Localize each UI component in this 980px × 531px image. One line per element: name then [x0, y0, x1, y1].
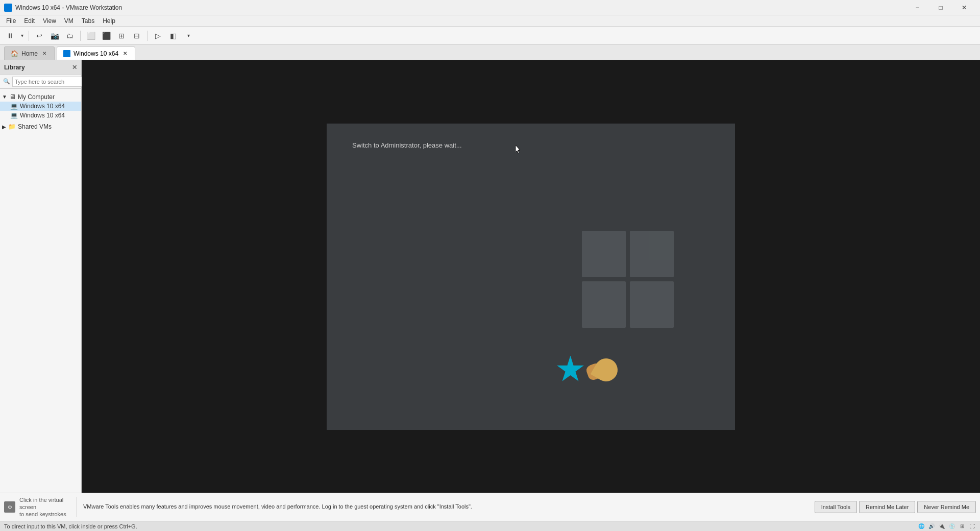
app-icon	[4, 4, 12, 12]
tab-vm[interactable]: Windows 10 x64 ✕	[57, 46, 135, 60]
toolbar-sep-2	[80, 31, 81, 41]
full-view-button[interactable]: ⬛	[99, 29, 113, 43]
vm2-label: Windows 10 x64	[20, 112, 65, 119]
main-content: Library ✕ 🔍 ▾ ▼ 🖥 My Computer 💻 Windows …	[0, 60, 980, 493]
sidebar-content: ▼ 🖥 My Computer 💻 Windows 10 x64 💻 Windo…	[0, 89, 81, 493]
win-pane-3	[582, 281, 626, 328]
sidebar-group-shared-header[interactable]: ▶ 📁 Shared VMs	[0, 122, 81, 131]
window-title: Windows 10 x64 - VMware Workstation	[15, 4, 905, 11]
vm-status-text: Switch to Administrator, please wait...	[352, 141, 462, 149]
status-divider	[77, 497, 77, 517]
unity-button[interactable]: ⊞	[114, 29, 129, 43]
sidebar-item-vm1[interactable]: 💻 Windows 10 x64	[0, 102, 81, 111]
window-controls: − □ ✕	[905, 0, 976, 15]
sidebar-close-button[interactable]: ✕	[72, 64, 77, 71]
tab-vm-close[interactable]: ✕	[121, 50, 129, 57]
win-pane-1	[582, 231, 626, 277]
shell-1-decoration	[591, 354, 622, 385]
shared-vms-label: Shared VMs	[18, 123, 52, 130]
network-icon[interactable]: 🌐	[918, 523, 925, 530]
vm-tab-icon	[63, 50, 70, 57]
toolbar: ⏸ ▾ ↩ 📷 🗂 ⬜ ⬛ ⊞ ⊟ ▷ ◧ ▾	[0, 27, 980, 45]
toolbar-sep-1	[29, 31, 29, 41]
tab-home-label: Home	[21, 50, 38, 57]
vmtools-icon: ⚙	[4, 501, 15, 513]
shared-expand-icon: ▶	[2, 124, 6, 130]
tabs-bar: 🏠 Home ✕ Windows 10 x64 ✕	[0, 45, 980, 60]
bottom-bar: To direct input to this VM, click inside…	[0, 521, 980, 531]
home-icon: 🏠	[11, 50, 18, 57]
sidebar-search-container: 🔍 ▾	[0, 75, 81, 89]
library-sidebar: Library ✕ 🔍 ▾ ▼ 🖥 My Computer 💻 Windows …	[0, 60, 82, 493]
mouse-cursor	[516, 145, 522, 154]
remind-later-button[interactable]: Remind Me Later	[859, 501, 915, 513]
menu-edit[interactable]: Edit	[20, 15, 39, 26]
send-ctrlaltdel-button[interactable]: ▷	[151, 29, 165, 43]
win-pane-4	[630, 281, 674, 328]
minimize-button[interactable]: −	[905, 0, 929, 15]
audio-icon[interactable]: 🔊	[928, 523, 935, 530]
menu-view[interactable]: View	[39, 15, 60, 26]
menu-help[interactable]: Help	[99, 15, 119, 26]
sidebar-title: Library	[4, 64, 25, 71]
vm1-label: Windows 10 x64	[20, 103, 65, 110]
fullscreen-icon[interactable]: ⛶	[969, 523, 976, 530]
folder-icon: 🖥	[9, 93, 16, 101]
vm1-icon: 💻	[10, 103, 18, 110]
vm2-icon: 💻	[10, 112, 18, 119]
normal-view-button[interactable]: ⬜	[84, 29, 98, 43]
sidebar-group-shared: ▶ 📁 Shared VMs	[0, 121, 81, 132]
usb-icon[interactable]: 🔌	[938, 523, 945, 530]
sidebar-header: Library ✕	[0, 60, 81, 75]
status-message: VMware Tools enables many features and i…	[83, 503, 811, 511]
menu-bar: File Edit View VM Tabs Help	[0, 15, 980, 27]
vm-area[interactable]: Switch to Administrator, please wait...	[82, 60, 980, 493]
other-view-button[interactable]: ⊟	[130, 29, 144, 43]
windows-logo	[582, 231, 674, 328]
click-prompt-line1: Click in the virtual screen	[19, 496, 70, 511]
disk-icon[interactable]: 💿	[948, 523, 955, 530]
win-pane-2	[630, 231, 674, 277]
toolbar-dropdown-arrow[interactable]: ▾	[18, 29, 26, 43]
status-buttons: Install Tools Remind Me Later Never Remi…	[815, 501, 976, 513]
click-prompt-line2: to send keystrokes	[19, 511, 70, 518]
bottom-icons: 🌐 🔊 🔌 💿 ⊞ ⛶	[918, 523, 976, 530]
status-bar: ⚙ Click in the virtual screen to send ke…	[0, 493, 980, 521]
menu-tabs[interactable]: Tabs	[78, 15, 99, 26]
sidebar-group-mycomputer: ▼ 🖥 My Computer 💻 Windows 10 x64 💻 Windo…	[0, 91, 81, 121]
toolbar-sep-3	[147, 31, 148, 41]
resize-icon[interactable]: ⊞	[959, 523, 966, 530]
screenshot-dropdown[interactable]: ◧	[166, 29, 180, 43]
click-prompt: Click in the virtual screen to send keys…	[19, 496, 70, 518]
search-icon: 🔍	[3, 78, 10, 85]
snapshot-button[interactable]: 📷	[47, 29, 62, 43]
screen-dropdown[interactable]: ▾	[181, 29, 195, 43]
never-remind-button[interactable]: Never Remind Me	[917, 501, 976, 513]
vm-screen[interactable]: Switch to Administrator, please wait...	[327, 124, 735, 430]
expand-icon: ▼	[2, 94, 7, 100]
close-button[interactable]: ✕	[952, 0, 976, 15]
manage-snapshots-button[interactable]: 🗂	[63, 29, 77, 43]
menu-file[interactable]: File	[2, 15, 20, 26]
tab-vm-label: Windows 10 x64	[74, 50, 118, 57]
bottom-status-text: To direct input to this VM, click inside…	[4, 523, 137, 529]
maximize-button[interactable]: □	[929, 0, 952, 15]
sidebar-item-vm2[interactable]: 💻 Windows 10 x64	[0, 111, 81, 120]
shared-icon: 📁	[8, 123, 16, 130]
title-bar: Windows 10 x64 - VMware Workstation − □ …	[0, 0, 980, 15]
shells-decoration	[556, 348, 623, 384]
tab-home[interactable]: 🏠 Home ✕	[4, 46, 55, 60]
starfish-decoration	[556, 356, 584, 384]
revert-button[interactable]: ↩	[32, 29, 46, 43]
pause-button[interactable]: ⏸	[3, 29, 17, 43]
sidebar-group-mycomputer-header[interactable]: ▼ 🖥 My Computer	[0, 92, 81, 102]
search-input[interactable]	[12, 77, 88, 87]
mycomputer-label: My Computer	[18, 93, 55, 101]
install-tools-button[interactable]: Install Tools	[815, 501, 857, 513]
tab-home-close[interactable]: ✕	[41, 50, 48, 57]
menu-vm[interactable]: VM	[60, 15, 78, 26]
